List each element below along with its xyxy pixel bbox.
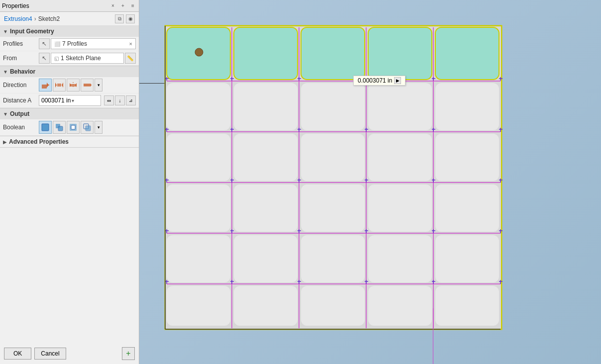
breadcrumb-parent[interactable]: Extrusion4 xyxy=(4,15,32,22)
output-header[interactable]: ▼ Output xyxy=(0,108,139,119)
from-value: ↖ ◱ 1 Sketch Plane 📏 xyxy=(39,53,136,64)
direction-row: Direction xyxy=(0,77,139,93)
breadcrumb-icons: ⧉ ◉ xyxy=(115,14,135,23)
direction-btn-sym[interactable] xyxy=(53,79,66,91)
svg-marker-4 xyxy=(55,83,57,88)
svg-rect-27 xyxy=(167,83,230,130)
add-button[interactable]: + xyxy=(122,347,135,360)
distance-a-icons: ⇔ ↓ ⊿ xyxy=(104,95,136,105)
svg-rect-33 xyxy=(234,134,298,181)
profiles-chip-icon: ⬜ xyxy=(54,41,60,47)
distance-a-input[interactable]: 0003071 in ▾ xyxy=(39,95,101,106)
distance-a-value: 0003071 in ▾ ⇔ ↓ ⊿ xyxy=(39,95,136,106)
output-arrow: ▼ xyxy=(3,111,8,117)
close-tab-icon[interactable]: × xyxy=(109,2,117,10)
boolean-dropdown[interactable]: ▾ xyxy=(95,121,102,134)
svg-rect-31 xyxy=(435,83,499,130)
svg-rect-45 xyxy=(368,235,432,282)
profiles-close-icon[interactable]: × xyxy=(129,41,132,47)
menu-icon[interactable]: ≡ xyxy=(129,2,137,10)
from-chip[interactable]: ◱ 1 Sketch Plane xyxy=(51,53,124,64)
svg-rect-40 xyxy=(368,184,432,232)
svg-rect-39 xyxy=(301,184,365,232)
svg-marker-12 xyxy=(91,84,92,87)
output-title: Output xyxy=(10,110,29,117)
behavior-title: Behavior xyxy=(10,68,35,75)
profiles-row: Profiles ↖ ⬜ 7 Profiles × xyxy=(0,37,139,51)
direction-btn-asym[interactable] xyxy=(67,79,80,91)
svg-rect-47 xyxy=(167,286,230,326)
main-viewport: 0.0003071 in ▶ xyxy=(139,0,601,364)
svg-rect-25 xyxy=(368,27,432,80)
breadcrumb-separator: › xyxy=(34,15,36,22)
svg-point-121 xyxy=(195,48,203,56)
svg-rect-30 xyxy=(368,83,432,130)
profiles-chip[interactable]: ⬜ 7 Profiles × xyxy=(51,38,136,49)
from-chip-value: 1 Sketch Plane xyxy=(61,55,101,62)
input-geometry-header[interactable]: ▼ Input Geometry xyxy=(0,26,139,37)
from-ruler-icon[interactable]: 📏 xyxy=(125,53,136,64)
add-tab-icon[interactable]: + xyxy=(119,2,127,10)
input-geometry-arrow: ▼ xyxy=(3,29,8,34)
svg-rect-37 xyxy=(167,184,230,232)
boolean-btn-new[interactable] xyxy=(39,121,52,134)
panel-header: Properties × + ≡ xyxy=(0,0,139,12)
input-geometry-title: Input Geometry xyxy=(10,28,54,35)
svg-marker-5 xyxy=(62,83,63,88)
svg-rect-24 xyxy=(301,27,365,80)
distance-down-icon[interactable]: ↓ xyxy=(115,95,125,105)
visibility-icon[interactable]: ◉ xyxy=(126,14,135,23)
svg-rect-13 xyxy=(42,124,49,131)
ok-button[interactable]: OK xyxy=(4,348,31,360)
svg-rect-0 xyxy=(42,85,47,89)
direction-buttons: ▾ xyxy=(39,79,136,91)
svg-rect-23 xyxy=(234,27,298,80)
boolean-btn-remove[interactable] xyxy=(67,121,80,134)
distance-a-text: 0003071 in xyxy=(41,97,71,104)
svg-rect-3 xyxy=(57,84,61,87)
svg-rect-17 xyxy=(71,125,75,129)
advanced-section: ▶ Advanced Properties xyxy=(0,136,139,148)
tooltip-arrow-btn[interactable]: ▶ xyxy=(394,77,401,84)
behavior-section: ▼ Behavior Direction xyxy=(0,66,139,108)
output-section: ▼ Output Boolean xyxy=(0,108,139,136)
panel-header-icons: × + ≡ xyxy=(109,2,137,10)
tooltip-value: 0.0003071 in xyxy=(358,77,392,84)
svg-rect-41 xyxy=(435,184,499,232)
boolean-buttons: ▾ xyxy=(39,121,136,134)
copy-icon[interactable]: ⧉ xyxy=(115,14,124,23)
direction-btn-other[interactable] xyxy=(81,79,94,91)
svg-rect-15 xyxy=(58,126,63,131)
advanced-header[interactable]: ▶ Advanced Properties xyxy=(0,136,139,147)
svg-rect-34 xyxy=(301,134,365,181)
distance-taper-icon[interactable]: ⊿ xyxy=(126,95,136,105)
svg-rect-49 xyxy=(301,286,365,326)
direction-label: Direction xyxy=(3,82,39,89)
input-geometry-section: ▼ Input Geometry Profiles ↖ ⬜ 7 Profiles… xyxy=(0,26,139,66)
direction-dropdown[interactable]: ▾ xyxy=(95,79,102,91)
svg-rect-35 xyxy=(368,134,432,181)
profiles-label: Profiles xyxy=(3,40,39,47)
svg-rect-46 xyxy=(435,235,499,282)
properties-panel: Properties × + ≡ Extrusion4 › Sketch2 ⧉ … xyxy=(0,0,139,364)
from-row: From ↖ ◱ 1 Sketch Plane 📏 xyxy=(0,51,139,66)
distance-sym-icon[interactable]: ⇔ xyxy=(104,95,114,105)
svg-rect-43 xyxy=(234,235,298,282)
breadcrumb-current: Sketch2 xyxy=(38,15,60,22)
cancel-button[interactable]: Cancel xyxy=(34,348,66,360)
profiles-chip-value: 7 Profiles xyxy=(62,40,87,47)
boolean-btn-intersect[interactable] xyxy=(81,121,94,134)
direction-btn-one[interactable] xyxy=(39,79,52,91)
cad-canvas xyxy=(164,25,502,333)
advanced-title: Advanced Properties xyxy=(9,138,69,145)
behavior-header[interactable]: ▼ Behavior xyxy=(0,66,139,77)
profiles-value: ↖ ⬜ 7 Profiles × xyxy=(39,38,136,49)
svg-rect-32 xyxy=(167,134,230,181)
breadcrumb: Extrusion4 › Sketch2 ⧉ ◉ xyxy=(0,12,139,26)
svg-rect-38 xyxy=(234,184,298,232)
profiles-cursor-icon[interactable]: ↖ xyxy=(39,38,50,49)
from-cursor-icon[interactable]: ↖ xyxy=(39,53,50,64)
distance-a-dropdown-btn[interactable]: ▾ xyxy=(72,98,74,103)
svg-rect-50 xyxy=(368,286,432,326)
boolean-btn-add[interactable] xyxy=(53,121,66,134)
